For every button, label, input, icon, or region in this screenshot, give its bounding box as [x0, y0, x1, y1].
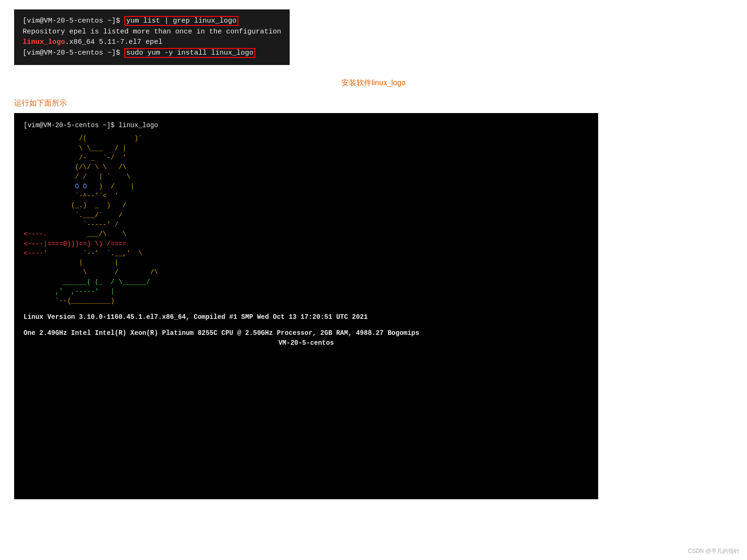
page-container: [vim@VM-20-5-centos ~]$ yum list | grep … — [0, 0, 747, 560]
ascii-line9: `.___/` / — [24, 211, 122, 219]
ascii-line5: / / | ` \ — [24, 173, 130, 180]
ascii-arrow1: <----. — [24, 230, 47, 238]
ascii-line6b: ) / | — [87, 183, 134, 190]
ascii-arrow2b: ====0)))==) \) /==== — [47, 240, 126, 248]
ascii-line12c: \ — [130, 250, 142, 257]
info-line1: Linux Version 3.10.0-1160.45.1.el7.x86_6… — [24, 312, 589, 322]
ascii-arrow2: <----| — [24, 240, 47, 248]
ascii-line1: /( )` — [24, 135, 142, 142]
top-repo: epel — [141, 38, 162, 46]
top-line3: linux_logo.x86_64 5.11-7.el7 epel — [23, 37, 281, 48]
top-prompt2: [vim@VM-20-5-centos ~]$ — [23, 49, 124, 57]
top-prompt1: [vim@VM-20-5-centos ~]$ — [23, 17, 124, 25]
ascii-line14: \ / /\ — [24, 268, 158, 276]
top-cmd1: yum list | grep linux_logo — [124, 16, 238, 26]
top-cmd2: sudo yum -y install linux_logo — [124, 48, 255, 58]
hostname-line: VM-20-5-centos — [24, 338, 589, 348]
ascii-line8: (_.) _ ) / — [24, 202, 126, 209]
terminal-main: [vim@VM-20-5-centos ~]$ linux_logo /( )`… — [14, 113, 598, 499]
top-arch: .x86_64 — [65, 38, 95, 46]
ascii-line7: `-^--'`< ' — [24, 192, 119, 200]
caption-install: 安装软件linux_logo — [14, 78, 733, 88]
top-line1: [vim@VM-20-5-centos ~]$ yum list | grep … — [23, 16, 281, 27]
ascii-line4: (/\/ \ \ /\ — [24, 163, 126, 171]
ascii-line3: /- _ `-/ ' — [24, 154, 126, 162]
section-run: 运行如下面所示 — [14, 98, 733, 108]
ascii-line13: | | — [24, 259, 119, 267]
ascii-line12b: `--' `.__,' — [47, 250, 130, 257]
ascii-line15: ______( (_ / \______/ — [24, 278, 150, 286]
ascii-line10: `-----' / — [24, 221, 119, 228]
ascii-line16: ,' ,-----' | — [24, 288, 114, 295]
watermark: CSDN @平凡的指针 — [688, 547, 739, 555]
linux-logo-text: linux_logo — [23, 38, 65, 46]
ascii-line6 — [24, 183, 75, 190]
ascii-line17: `--{__________) — [24, 297, 114, 305]
top-line4: [vim@VM-20-5-centos ~]$ sudo yum -y inst… — [23, 48, 281, 59]
info-line2: One 2.49GHz Intel Intel(R) Xeon(R) Plati… — [24, 328, 589, 338]
ascii-arrow3: <----' — [24, 250, 47, 257]
terminal-top: [vim@VM-20-5-centos ~]$ yum list | grep … — [14, 9, 290, 65]
ascii-line11b: ___/\ \ — [47, 230, 126, 238]
top-version: 5.11-7.el7 — [95, 38, 141, 46]
ascii-line2: \ \___ / | — [24, 145, 126, 152]
ascii-eyes: O O — [75, 183, 87, 190]
top-line2: Repository epel is listed more than once… — [23, 27, 281, 38]
top-section: [vim@VM-20-5-centos ~]$ yum list | grep … — [14, 9, 733, 73]
ascii-art: /( )` \ \___ / | /- _ `-/ ' (/\/ \ \ /\ … — [24, 134, 589, 306]
main-prompt: [vim@VM-20-5-centos ~]$ linux_logo — [24, 121, 589, 130]
